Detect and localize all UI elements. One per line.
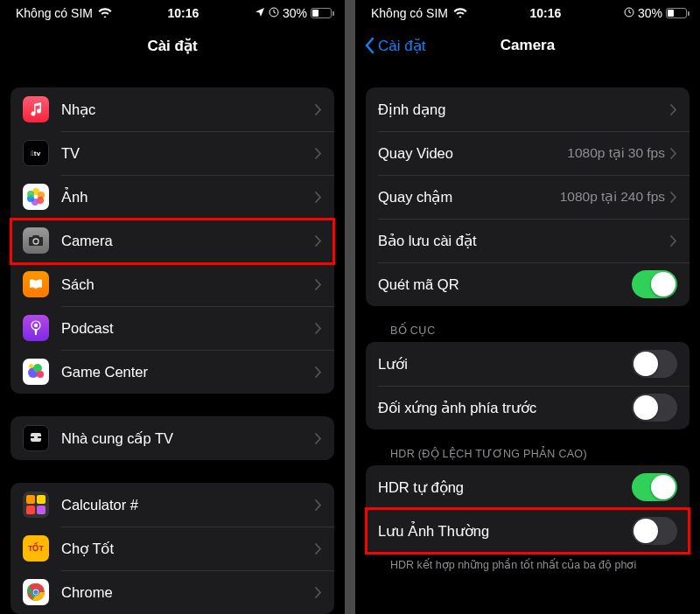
battery-text: 30% xyxy=(283,6,307,20)
clock-icon xyxy=(624,6,634,20)
svg-point-1 xyxy=(33,239,38,244)
battery-text: 30% xyxy=(638,6,662,20)
camera-group-hdr: HDR tự động Lưu Ảnh Thường xyxy=(366,465,690,553)
row-books[interactable]: Sách xyxy=(10,262,334,306)
row-label: HDR tự động xyxy=(378,479,632,496)
svg-point-3 xyxy=(34,324,38,327)
carrier-text: Không có SIM xyxy=(371,6,448,20)
hdr-footer-note: HDR kết hợp những phần tốt nhất của ba đ… xyxy=(366,553,690,571)
group-header-hdr: HDR (ĐỘ LỆCH TƯƠNG PHẢN CAO) xyxy=(366,429,690,465)
tvprovider-icon xyxy=(23,425,49,451)
row-music[interactable]: Nhạc xyxy=(10,87,334,131)
settings-group-tvprovider: Nhà cung cấp TV xyxy=(10,416,334,460)
chrome-icon xyxy=(23,579,49,605)
wifi-icon xyxy=(98,6,112,20)
chevron-right-icon xyxy=(315,148,322,159)
row-calculator[interactable]: Calculator # xyxy=(10,483,334,527)
nav-header: Cài đặt xyxy=(0,26,345,65)
row-detail: 1080p tại 30 fps xyxy=(567,145,665,161)
back-label: Cài đặt xyxy=(378,37,425,55)
row-label: Calculator # xyxy=(61,497,315,513)
row-detail: 1080p tại 240 fps xyxy=(560,189,665,205)
camera-group-main: Định dạng Quay Video 1080p tại 30 fps Qu… xyxy=(366,87,690,306)
svg-point-7 xyxy=(33,590,38,594)
chevron-right-icon xyxy=(315,366,322,378)
row-mirror-front: Đối xứng ảnh phía trước xyxy=(366,386,690,429)
row-gamecenter[interactable]: Game Center xyxy=(10,350,334,394)
row-tvprovider[interactable]: Nhà cung cấp TV xyxy=(10,416,334,460)
row-label: Lưới xyxy=(378,356,632,373)
page-title: Cài đặt xyxy=(147,37,197,55)
nav-header: Cài đặt Camera xyxy=(355,26,700,65)
row-label: Camera xyxy=(61,233,315,249)
settings-group-apps: Calculator # TỐT Chợ Tốt Chrome xyxy=(10,483,334,614)
chevron-right-icon xyxy=(315,235,322,247)
music-icon xyxy=(23,96,49,122)
row-label: Ảnh xyxy=(61,189,315,206)
chevron-right-icon xyxy=(315,279,322,290)
row-grid: Lưới xyxy=(366,342,690,386)
row-label: Chợ Tốt xyxy=(61,541,315,557)
chevron-right-icon xyxy=(670,104,677,115)
settings-group-media: Nhạc tv TV xyxy=(10,87,334,394)
phone-left: Không có SIM 10:16 30% Cài đặt Nhạc xyxy=(0,0,345,614)
chevron-right-icon xyxy=(315,323,322,334)
toggle-grid[interactable] xyxy=(632,350,677,378)
row-record-video[interactable]: Quay Video 1080p tại 30 fps xyxy=(366,131,690,175)
row-podcast[interactable]: Podcast xyxy=(10,306,334,350)
books-icon xyxy=(23,271,49,297)
row-preserve-settings[interactable]: Bảo lưu cài đặt xyxy=(366,219,690,262)
row-label: Bảo lưu cài đặt xyxy=(378,233,670,249)
status-bar: Không có SIM 10:16 30% xyxy=(0,0,345,26)
toggle-scan-qr[interactable] xyxy=(632,270,677,298)
battery-icon xyxy=(311,8,334,18)
row-label: Nhạc xyxy=(61,101,315,118)
phone-right: Không có SIM 10:16 30% Cài đặt Camera Đị… xyxy=(355,0,700,614)
row-label: Game Center xyxy=(61,364,315,380)
status-time: 10:16 xyxy=(168,6,200,20)
group-header-layout: BỐ CỤC xyxy=(366,306,690,342)
row-chrome[interactable]: Chrome xyxy=(10,570,334,614)
photos-icon xyxy=(23,184,49,210)
row-scan-qr: Quét mã QR xyxy=(366,262,690,306)
clock-icon xyxy=(269,6,279,20)
chevron-right-icon xyxy=(670,148,677,159)
podcast-icon xyxy=(23,315,49,341)
tv-icon: tv xyxy=(23,140,49,166)
row-label: Quay Video xyxy=(378,145,567,162)
row-camera[interactable]: Camera xyxy=(10,219,334,262)
chevron-right-icon xyxy=(670,235,677,247)
chevron-right-icon xyxy=(315,543,322,555)
chotot-icon: TỐT xyxy=(23,535,49,562)
row-auto-hdr: HDR tự động xyxy=(366,465,690,509)
row-photos[interactable]: Ảnh xyxy=(10,175,334,219)
carrier-text: Không có SIM xyxy=(16,6,93,20)
status-bar: Không có SIM 10:16 30% xyxy=(355,0,700,26)
camera-group-layout: Lưới Đối xứng ảnh phía trước xyxy=(366,342,690,429)
toggle-keep-normal[interactable] xyxy=(632,517,677,545)
row-label: Đối xứng ảnh phía trước xyxy=(378,400,632,416)
row-format[interactable]: Định dạng xyxy=(366,87,690,131)
row-slomo[interactable]: Quay chậm 1080p tại 240 fps xyxy=(366,175,690,219)
toggle-auto-hdr[interactable] xyxy=(632,473,677,501)
row-label: Chrome xyxy=(61,584,315,601)
row-label: TV xyxy=(61,145,315,162)
chevron-right-icon xyxy=(315,192,322,203)
camera-icon xyxy=(23,227,49,254)
row-label: Quét mã QR xyxy=(378,276,632,293)
chevron-right-icon xyxy=(670,192,677,203)
toggle-mirror-front[interactable] xyxy=(632,394,677,422)
row-label: Nhà cung cấp TV xyxy=(61,430,315,447)
row-chotot[interactable]: TỐT Chợ Tốt xyxy=(10,527,334,570)
page-title: Camera xyxy=(500,37,555,54)
chevron-right-icon xyxy=(315,587,322,598)
row-label: Định dạng xyxy=(378,101,670,118)
calculator-icon xyxy=(23,492,49,518)
row-label: Quay chậm xyxy=(378,189,560,206)
row-tv[interactable]: tv TV xyxy=(10,131,334,175)
row-keep-normal: Lưu Ảnh Thường xyxy=(366,509,690,553)
gamecenter-icon xyxy=(23,359,49,385)
row-label: Lưu Ảnh Thường xyxy=(378,523,632,540)
row-label: Sách xyxy=(61,276,315,293)
back-button[interactable]: Cài đặt xyxy=(364,26,425,65)
